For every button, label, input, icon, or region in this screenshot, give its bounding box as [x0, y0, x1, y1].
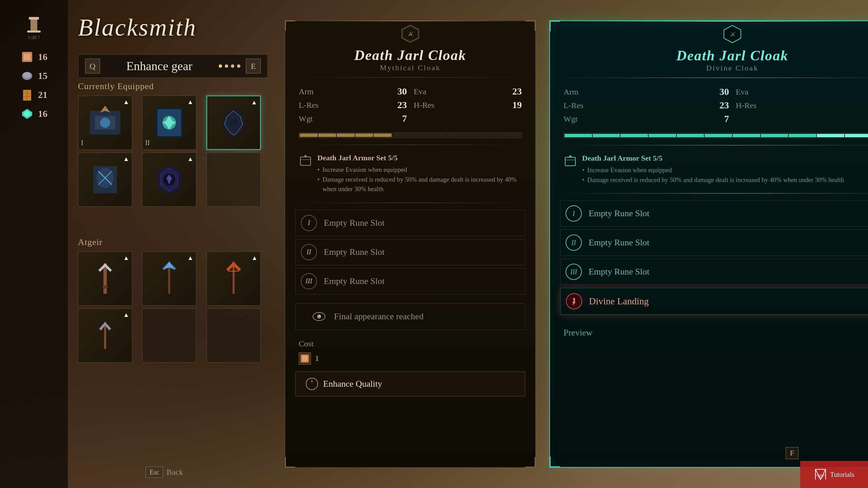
- eye-icon: [311, 308, 327, 325]
- right-rune-slot-1[interactable]: I Empty Rune Slot: [560, 200, 868, 227]
- seg-11: [485, 134, 502, 137]
- stat-eva: Eva 23: [414, 86, 522, 97]
- rseg-4: [649, 134, 676, 137]
- left-panel-header-deco: ⚔: [285, 21, 535, 44]
- set-text: Death Jarl Armor Set 5/5 Increase Evasio…: [317, 154, 522, 194]
- right-stat-lres-value: 23: [709, 100, 729, 111]
- right-panel-emblem: ⚔: [719, 24, 746, 44]
- right-rune-slots: I Empty Rune Slot II Empty Rune Slot III…: [550, 197, 868, 321]
- svg-marker-61: [815, 474, 826, 480]
- right-progress-bar: [564, 133, 868, 138]
- page-title: Blacksmith: [78, 14, 197, 42]
- upgrade-icon-3: ▲: [251, 99, 257, 106]
- upgrade-icon-a3: ▲: [252, 255, 258, 262]
- gear-slot-1[interactable]: ▲ I: [78, 96, 132, 150]
- atgeir-slot-4[interactable]: ▲: [78, 308, 132, 363]
- left-progress-bar: [299, 133, 522, 138]
- esc-key[interactable]: Esc: [146, 467, 163, 478]
- gear-grid: ▲ I ▲ II ▲: [78, 96, 268, 207]
- right-stat-eva: Eva 23: [736, 86, 868, 97]
- rune-slot-3[interactable]: III Empty Rune Slot: [295, 268, 525, 294]
- rseg-9: [789, 134, 816, 137]
- atgeir-slot-2[interactable]: ▲: [142, 251, 196, 306]
- right-rune-slot-label-1: Empty Rune Slot: [589, 208, 649, 219]
- rseg-8: [761, 134, 788, 137]
- right-panel-title: Death Jarl Cloak: [557, 47, 868, 64]
- enhance-dots: [219, 64, 240, 68]
- right-stat-arm-label: Arm: [564, 87, 578, 97]
- stat-wgt: Wgt 7: [299, 113, 407, 124]
- stat-lres-label: L-Res: [299, 101, 319, 110]
- q-key[interactable]: Q: [85, 59, 100, 74]
- left-panel-subtitle: Mythical Cloak: [292, 63, 529, 72]
- right-stat-wgt-label: Wgt: [564, 115, 577, 124]
- resource-gem: 16: [20, 107, 47, 121]
- seg-3: [337, 134, 355, 137]
- right-stat-wgt-value: 7: [709, 114, 729, 124]
- right-set-icon: [564, 154, 577, 167]
- preview-label[interactable]: Preview: [550, 321, 868, 341]
- final-appearance-label: Final appearance reached: [334, 311, 423, 322]
- svg-point-33: [102, 285, 108, 289]
- atgeir-slot-3[interactable]: ▲: [206, 251, 261, 306]
- right-divider-2: [560, 145, 868, 145]
- right-rune-badge-1: I: [566, 205, 582, 222]
- rune-badge-2: II: [301, 244, 317, 260]
- set-bullet-2: Damage received is reduced by 50% and da…: [317, 175, 522, 194]
- svg-text:⚔: ⚔: [730, 31, 736, 38]
- seg-12: [503, 134, 521, 137]
- atgeir-slot-1[interactable]: ▲: [78, 251, 132, 306]
- rune-badge-1: I: [301, 215, 317, 231]
- mouse-icon: [306, 378, 318, 390]
- enhance-label: Enhance gear: [105, 59, 213, 73]
- dot-1: [219, 64, 222, 68]
- gear-slot-5[interactable]: ▲: [142, 152, 196, 207]
- resource-stone: 16: [20, 50, 47, 64]
- tutorials-badge[interactable]: Tutorials: [800, 461, 868, 488]
- right-item-panel: ⚔ Death Jarl Cloak Divine Cloak Arm 30 E…: [549, 20, 868, 468]
- seg-4: [355, 134, 373, 137]
- right-rune-slot-label-2: Empty Rune Slot: [589, 238, 649, 248]
- right-stat-lres: L-Res 23: [564, 100, 729, 111]
- left-set-bonus: Death Jarl Armor Set 5/5 Increase Evasio…: [285, 148, 535, 199]
- stat-hres-value: 19: [501, 100, 522, 110]
- rune-badge-3: III: [301, 273, 317, 289]
- right-set-bullet-1: Increase Evasion when equipped: [582, 165, 868, 175]
- right-rune-slot-3[interactable]: III Empty Rune Slot: [560, 259, 868, 285]
- divine-landing-slot[interactable]: Divine Landing: [560, 288, 868, 315]
- svg-rect-56: [565, 157, 575, 166]
- e-key[interactable]: E: [246, 59, 261, 74]
- right-stat-hres-label: H-Res: [736, 101, 756, 110]
- gear-slot-4[interactable]: ▲: [78, 152, 132, 207]
- enhance-quality-button[interactable]: Enhance Quality: [295, 371, 525, 396]
- upgrade-icon-a1: ▲: [123, 255, 129, 262]
- seg-7: [411, 134, 429, 137]
- upgrade-icon-a2: ▲: [188, 255, 194, 262]
- right-set-bullet-2: Damage received is reduced by 50% and da…: [582, 175, 868, 185]
- seg-6: [392, 134, 410, 137]
- right-set-text: Death Jarl Armor Set 5/5 Increase Evasio…: [582, 154, 868, 185]
- rune-slot-2[interactable]: II Empty Rune Slot: [295, 239, 525, 265]
- enhance-quality-label: Enhance Quality: [323, 379, 382, 389]
- rseg-11: [845, 134, 868, 137]
- f-key[interactable]: F: [786, 447, 798, 459]
- gear-slot-3-selected[interactable]: ▲: [206, 96, 261, 150]
- enhance-toolbar: Q Enhance gear E: [78, 54, 268, 78]
- atgeir-grid: ▲ ▲ ▲: [78, 251, 268, 363]
- divine-landing-label: Divine Landing: [589, 296, 649, 307]
- svg-rect-45: [300, 157, 311, 165]
- rune-slot-1[interactable]: I Empty Rune Slot: [295, 210, 525, 236]
- seg-8: [429, 134, 447, 137]
- stat-wgt-label: Wgt: [299, 114, 313, 123]
- stat-eva-label: Eva: [414, 87, 426, 96]
- stat-eva-value: 23: [501, 86, 522, 97]
- svg-rect-5: [24, 54, 31, 60]
- currently-equipped-section: Currently Equipped ▲ I ▲: [78, 81, 268, 207]
- left-divider-3: [295, 203, 525, 203]
- svg-text:ᚢᛁᛞᛁᛏ: ᚢᛁᛞᛁᛏ: [28, 35, 40, 40]
- stat-lres: L-Res 23: [299, 100, 407, 110]
- right-rune-slot-2[interactable]: II Empty Rune Slot: [560, 229, 868, 256]
- cost-icon: [299, 352, 311, 365]
- gear-slot-2[interactable]: ▲ II: [142, 96, 196, 150]
- right-rune-badge-3: III: [566, 264, 582, 280]
